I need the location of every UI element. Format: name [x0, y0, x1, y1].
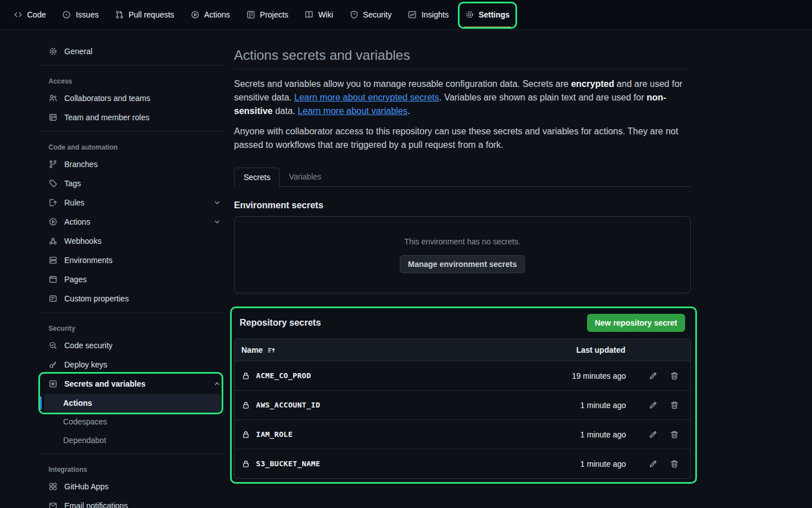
edit-secret-button[interactable] [648, 430, 657, 439]
browser-icon [48, 275, 58, 284]
nav-tab-label: Security [363, 10, 392, 19]
sidebar-item-email-notifications[interactable]: Email notifications [39, 496, 226, 508]
sidebar-subitem-actions[interactable]: Actions [44, 394, 221, 412]
sidebar-item-environments[interactable]: Environments [39, 251, 226, 270]
sidebar-item-custom-properties[interactable]: Custom properties [39, 289, 226, 308]
pencil-icon [648, 371, 657, 380]
trash-icon [670, 371, 679, 380]
intro-bold-encrypted: encrypted [571, 79, 614, 89]
sidebar-item-actions[interactable]: Actions [39, 212, 226, 231]
sidebar-item-general[interactable]: General [39, 42, 226, 61]
sidebar-item-pages[interactable]: Pages [39, 270, 226, 289]
nav-tab-code[interactable]: Code [9, 0, 50, 29]
repository-secrets-header: Repository secrets New repository secret [234, 314, 691, 332]
nav-tab-insights[interactable]: Insights [403, 0, 453, 29]
sidebar-item-branches[interactable]: Branches [39, 155, 226, 174]
last-updated-value: 1 minute ago [580, 430, 626, 439]
manage-environment-secrets-button[interactable]: Manage environment secrets [400, 255, 526, 273]
sidebar-item-label: Code security [64, 341, 113, 350]
sidebar-item-webhooks[interactable]: Webhooks [39, 231, 226, 251]
edit-secret-button[interactable] [648, 459, 657, 468]
sidebar-subitem-dependabot[interactable]: Dependabot [44, 431, 221, 449]
sidebar-subitem-codespaces[interactable]: Codespaces [44, 413, 221, 431]
sidebar-item-label: Codespaces [63, 417, 107, 426]
sidebar-item-collaborators[interactable]: Collaborators and teams [39, 89, 226, 108]
sidebar-item-deploy-keys[interactable]: Deploy keys [39, 355, 226, 374]
tab-variables[interactable]: Variables [280, 168, 330, 187]
git-branch-icon [48, 160, 58, 169]
sidebar-item-label: Secrets and variables [64, 379, 145, 388]
sidebar-item-github-apps[interactable]: GitHub Apps [39, 477, 226, 496]
delete-secret-button[interactable] [670, 430, 679, 439]
trash-icon [670, 430, 679, 439]
secret-name: S3_BUCKET_NAME [256, 459, 320, 468]
secret-name: ACME_CO_PROD [256, 371, 311, 380]
trash-icon [670, 459, 679, 468]
nav-tab-pull-requests[interactable]: Pull requests [111, 0, 179, 29]
secret-name: IAM_ROLE [256, 430, 293, 439]
lock-icon [241, 401, 250, 410]
issue-opened-icon [62, 10, 71, 19]
intro-text: . [408, 106, 410, 116]
sidebar-item-label: Webhooks [64, 237, 102, 246]
new-repository-secret-button[interactable]: New repository secret [587, 314, 685, 332]
sidebar-item-label: General [64, 47, 92, 56]
environment-empty-message: This environment has no secrets. [404, 237, 520, 246]
nav-tab-wiki[interactable]: Wiki [300, 0, 337, 29]
table-icon [246, 10, 255, 19]
sidebar-item-code-security[interactable]: Code security [39, 336, 226, 355]
repository-secrets-section: Repository secrets New repository secret… [234, 314, 691, 479]
pencil-icon [648, 459, 657, 468]
server-icon [48, 256, 58, 265]
sidebar-item-label: Collaborators and teams [64, 94, 151, 103]
delete-secret-button[interactable] [670, 401, 679, 410]
secret-name-cell: IAM_ROLE [241, 430, 580, 439]
nav-tab-label: Wiki [318, 10, 333, 19]
sidebar-item-tags[interactable]: Tags [39, 174, 226, 193]
delete-secret-button[interactable] [670, 459, 679, 468]
lock-icon [241, 371, 250, 380]
delete-secret-button[interactable] [670, 371, 679, 380]
github-repo-settings-page: Code Issues Pull requests Actions Projec [0, 0, 812, 508]
annotated-sidebar-group: Secrets and variables Actions [39, 374, 226, 412]
mail-icon [48, 501, 58, 508]
intro-text: . Variables are shown as plain text and … [439, 93, 647, 102]
tab-secrets[interactable]: Secrets [234, 168, 280, 187]
key-icon [48, 360, 58, 369]
nav-tab-issues[interactable]: Issues [58, 0, 103, 29]
secret-row: ACME_CO_PROD 19 minutes ago [235, 361, 690, 390]
play-icon [48, 217, 58, 226]
shield-icon [350, 10, 359, 19]
nav-tab-label: Projects [260, 10, 289, 19]
gear-icon [465, 10, 474, 19]
column-header-last-updated[interactable]: Last updated [576, 345, 625, 354]
intro-text: Secrets and variables allow you to manag… [234, 79, 571, 89]
sort-ascending-icon[interactable] [267, 346, 276, 354]
edit-secret-button[interactable] [648, 371, 657, 380]
sidebar-item-label: Actions [63, 398, 92, 408]
secret-row: AWS_ACCOUNT_ID 1 minute ago [235, 390, 690, 419]
chevron-down-icon [213, 218, 221, 226]
sidebar-item-team-roles[interactable]: Team and member roles [39, 108, 226, 127]
sidebar-item-label: Dependabot [63, 436, 106, 445]
secret-name-cell: AWS_ACCOUNT_ID [241, 401, 580, 410]
sidebar-divider [39, 131, 226, 132]
note-icon [48, 294, 58, 303]
nav-tab-settings[interactable]: Settings [461, 0, 514, 29]
column-header-name[interactable]: Name [241, 345, 263, 354]
git-pull-request-icon [115, 10, 124, 19]
pencil-icon [648, 401, 657, 410]
link-encrypted-secrets[interactable]: Learn more about encrypted secrets [294, 93, 439, 102]
sidebar-item-rules[interactable]: Rules [39, 193, 226, 212]
sidebar-item-secrets-and-variables[interactable]: Secrets and variables [39, 374, 226, 393]
edit-secret-button[interactable] [648, 401, 657, 410]
webhook-icon [48, 237, 58, 246]
link-variables[interactable]: Learn more about variables [298, 106, 408, 116]
asterisk-box-icon [48, 379, 58, 388]
sidebar-item-label: Rules [64, 198, 85, 207]
nav-tab-actions[interactable]: Actions [186, 0, 235, 29]
main-content: Actions secrets and variables Secrets an… [234, 40, 691, 479]
nav-tab-security[interactable]: Security [345, 0, 396, 29]
nav-tab-projects[interactable]: Projects [242, 0, 293, 29]
last-updated-value: 1 minute ago [580, 459, 626, 468]
